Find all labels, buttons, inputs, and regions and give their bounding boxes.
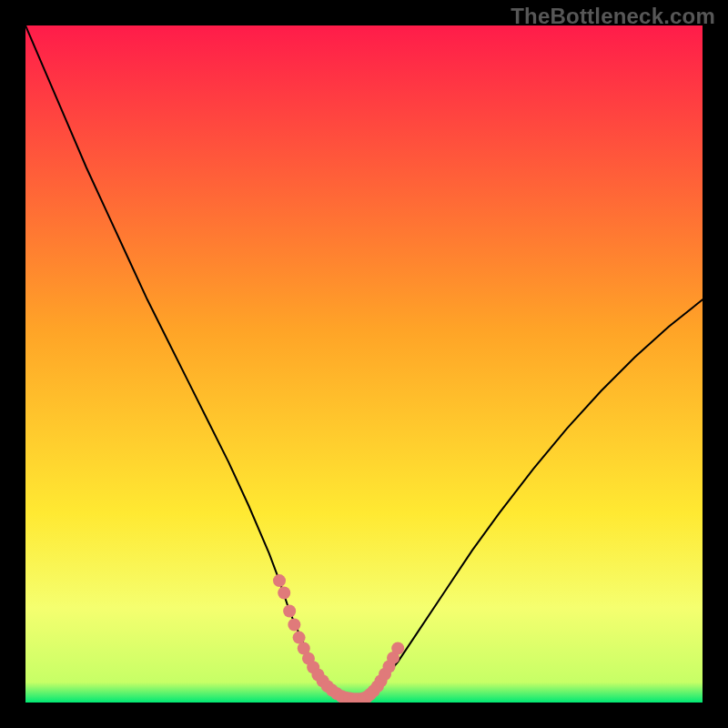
marker-dot (391, 642, 404, 654)
outer-frame: TheBottleneck.com (0, 0, 728, 728)
marker-dot (288, 618, 300, 631)
chart-area (25, 25, 703, 703)
marker-dot (278, 586, 290, 599)
chart-svg (25, 25, 703, 703)
marker-dot (273, 574, 286, 587)
marker-dot (283, 605, 296, 618)
watermark-text: TheBottleneck.com (511, 4, 715, 29)
marker-dot (293, 632, 306, 644)
gradient-background (25, 25, 703, 703)
